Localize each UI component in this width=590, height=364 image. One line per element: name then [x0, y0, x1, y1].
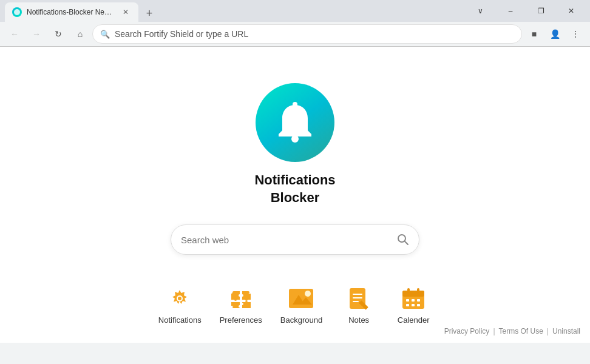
profile-button[interactable]: 👤 — [545, 24, 565, 44]
tab-close-button[interactable]: ✕ — [120, 7, 131, 18]
home-button[interactable]: ⌂ — [70, 24, 90, 44]
nav-item-background[interactable]: Background — [280, 285, 322, 325]
forward-button[interactable]: → — [27, 24, 46, 44]
notifications-icon — [166, 285, 193, 312]
calender-label: Calender — [398, 315, 430, 325]
svg-rect-21 — [417, 288, 419, 293]
app-logo-circle — [256, 83, 334, 162]
background-icon — [288, 285, 314, 312]
svg-rect-20 — [407, 288, 410, 293]
new-tab-button[interactable]: + — [141, 5, 158, 22]
footer-sep-2: | — [547, 327, 549, 335]
bell-icon — [274, 100, 316, 146]
app-name-line2: Blocker — [271, 190, 320, 205]
svg-rect-22 — [406, 299, 409, 302]
footer-sep-1: | — [493, 327, 495, 335]
svg-rect-19 — [402, 291, 424, 297]
app-name-line1: Notifications — [254, 172, 335, 187]
svg-rect-26 — [412, 304, 415, 306]
search-bar-container[interactable] — [171, 224, 419, 255]
calender-icon — [400, 285, 427, 312]
window-controls: ∨ – ❐ ✕ — [466, 1, 585, 21]
search-input[interactable] — [181, 235, 397, 245]
background-label: Background — [280, 315, 322, 325]
back-button[interactable]: ← — [5, 24, 24, 44]
terms-of-use-link[interactable]: Terms Of Use — [499, 327, 543, 335]
svg-point-0 — [14, 9, 20, 15]
address-bar[interactable]: 🔍 Search Fortify Shield or type a URL — [92, 24, 522, 44]
bottom-nav: Notifications Preferences — [158, 285, 432, 325]
svg-rect-25 — [406, 304, 409, 306]
extensions-button[interactable]: ■ — [524, 24, 544, 44]
menu-button[interactable]: ⋮ — [566, 24, 585, 44]
title-bar: Notifications-Blocker New Tab ✕ + ∨ – ❐ … — [0, 0, 590, 22]
privacy-policy-link[interactable]: Privacy Policy — [444, 327, 490, 335]
notes-label: Notes — [348, 315, 369, 325]
svg-rect-27 — [417, 304, 420, 306]
app-logo-container: Notifications Blocker — [254, 83, 335, 206]
svg-line-4 — [405, 241, 408, 244]
svg-point-2 — [291, 135, 299, 143]
close-button[interactable]: ✕ — [557, 1, 585, 21]
nav-item-notifications[interactable]: Notifications — [158, 285, 202, 325]
active-tab[interactable]: Notifications-Blocker New Tab ✕ — [5, 2, 138, 22]
svg-point-11 — [305, 291, 311, 297]
notes-icon — [345, 285, 372, 312]
tab-title: Notifications-Blocker New Tab — [27, 8, 115, 16]
toolbar-actions: ■ 👤 ⋮ — [524, 24, 585, 44]
preferences-label: Preferences — [220, 315, 262, 325]
svg-point-1 — [293, 102, 297, 107]
svg-point-3 — [398, 235, 405, 242]
minimize-button[interactable]: – — [497, 1, 524, 21]
svg-rect-23 — [412, 299, 415, 302]
svg-rect-24 — [417, 299, 420, 302]
svg-point-7 — [178, 297, 181, 300]
footer-links: Privacy Policy | Terms Of Use | Uninstal… — [444, 327, 580, 335]
toolbar: ← → ↻ ⌂ 🔍 Search Fortify Shield or type … — [0, 22, 590, 46]
browser-chrome: Notifications-Blocker New Tab ✕ + ∨ – ❐ … — [0, 0, 590, 47]
nav-item-preferences[interactable]: Preferences — [220, 285, 262, 325]
refresh-button[interactable]: ↻ — [49, 24, 68, 44]
uninstall-link[interactable]: Uninstall — [552, 327, 580, 335]
nav-item-calender[interactable]: Calender — [395, 285, 432, 325]
address-search-icon: 🔍 — [100, 30, 110, 39]
tab-favicon — [12, 7, 22, 17]
address-text: Search Fortify Shield or type a URL — [115, 29, 514, 39]
search-submit-icon[interactable] — [397, 234, 409, 246]
notifications-label: Notifications — [158, 315, 202, 325]
preferences-icon — [228, 285, 254, 312]
nav-item-notes[interactable]: Notes — [341, 285, 377, 325]
chevron-down-button[interactable]: ∨ — [466, 1, 494, 21]
page-content: Notifications Blocker — [0, 47, 590, 343]
app-name: Notifications Blocker — [254, 172, 335, 206]
maximize-button[interactable]: ❐ — [527, 1, 555, 21]
